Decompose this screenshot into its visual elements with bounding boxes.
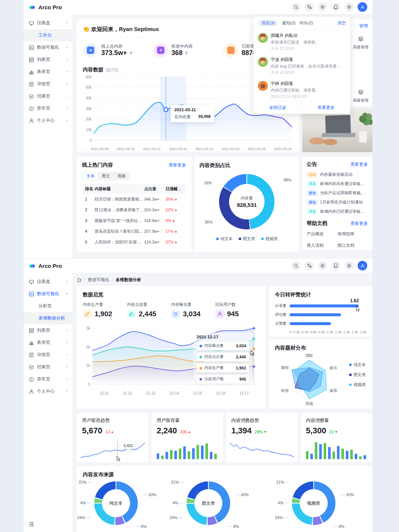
stat-value: 2,445 bbox=[139, 310, 157, 318]
bell-button[interactable] bbox=[331, 261, 341, 270]
stat-投放中内容: 投放中内容368 bbox=[153, 42, 223, 58]
sidebar-item-表单页[interactable]: 表单页 bbox=[24, 66, 72, 78]
home-icon[interactable] bbox=[77, 277, 82, 282]
sidebar-item-数据可视化[interactable]: 数据可视化 bbox=[24, 288, 72, 300]
notif-tab-消息(3)[interactable]: 消息(3) bbox=[258, 20, 278, 27]
today-title: 今日转评赞统计 bbox=[275, 291, 311, 297]
cell-clicks: 318.9w+ bbox=[144, 218, 166, 223]
help-docs-more-link[interactable]: 查看更多 bbox=[350, 221, 368, 227]
gear-button[interactable] bbox=[344, 261, 354, 270]
announcement-item[interactable]: 消息新增内容尚未通过审核，详… bbox=[307, 179, 368, 188]
bar bbox=[290, 322, 331, 325]
sidebar-item-仪表盘[interactable]: 仪表盘 bbox=[24, 17, 72, 29]
sidebar-item-结果页[interactable]: 结果页 bbox=[24, 361, 72, 373]
announcements-more-link[interactable]: 查看更多 bbox=[350, 161, 368, 168]
quickop-advanced-management[interactable]: 高级管理 bbox=[349, 36, 372, 50]
sort-icon[interactable] bbox=[179, 189, 181, 191]
announcement-text: 当前产品试用期即将截止，… bbox=[320, 190, 368, 196]
sidebar-item-异常页[interactable]: 异常页 bbox=[24, 102, 72, 115]
chevron-down-icon bbox=[65, 340, 69, 345]
quickop-advanced-management[interactable]: 高级管理 bbox=[349, 89, 372, 103]
translate-button[interactable] bbox=[304, 261, 314, 270]
tooltip-series-row: 内容生产量1,902 bbox=[197, 364, 249, 372]
search-button[interactable] bbox=[291, 2, 301, 12]
quickops-manage-link[interactable]: 管理 bbox=[359, 23, 368, 29]
sidebar-item-详情页[interactable]: 详情页 bbox=[24, 349, 72, 361]
user-avatar[interactable]: A bbox=[358, 2, 367, 12]
mark-all-read-button[interactable]: 全部已读 bbox=[253, 101, 302, 114]
notification-item[interactable]: 宁静 的回复内容已通过审核，请查看。2021-12-24 08:00:20 bbox=[253, 78, 350, 101]
sidebar-item-异常页[interactable]: 异常页 bbox=[24, 373, 72, 385]
hot-more-link[interactable]: 查看更多 bbox=[168, 162, 186, 168]
translate-button[interactable] bbox=[304, 2, 314, 12]
sun-button[interactable] bbox=[318, 2, 327, 12]
sidebar-item-结果页[interactable]: 结果页 bbox=[24, 90, 72, 102]
brand-logo[interactable]: Arco Pro bbox=[29, 4, 62, 10]
notification-item[interactable]: 郑曦月 的私信审批请求已发送，请查收。今天 12:30:01 bbox=[253, 30, 350, 54]
bar bbox=[315, 442, 317, 459]
donut-center: 纯文本 bbox=[102, 489, 130, 517]
hot-tab-视频[interactable]: 视频 bbox=[114, 173, 129, 180]
sidebar-item-label: 详情页 bbox=[37, 81, 50, 87]
clear-all-link[interactable]: 清空 bbox=[337, 20, 346, 26]
announcement-item[interactable]: 通知1月新系统升级计划通知 bbox=[307, 198, 368, 207]
search-button[interactable] bbox=[291, 261, 301, 270]
legend-图文类: 图文类 bbox=[349, 372, 366, 378]
screen-workplace: Arco Pro A 仪表盘工作台数据可视化列表页表单页详情页结果页异常页个人中… bbox=[24, 0, 372, 258]
hot-tab-文本[interactable]: 文本 bbox=[83, 173, 98, 180]
bar bbox=[364, 455, 366, 459]
notif-tab-待办(2)[interactable]: 待办(2) bbox=[299, 20, 313, 27]
doc-link-接口文档[interactable]: 接口文档 bbox=[337, 243, 368, 248]
sidebar-item-个人中心[interactable]: 个人中心 bbox=[24, 115, 72, 127]
announcement-item[interactable]: 活动内容最新优惠活动 bbox=[307, 170, 368, 179]
chevron-down-icon bbox=[65, 377, 69, 382]
sidebar-subitem-分析页[interactable]: 分析页 bbox=[24, 300, 72, 312]
sidebar-item-仪表盘[interactable]: 仪表盘 bbox=[24, 276, 72, 288]
doc-link-产品概述[interactable]: 产品概述 bbox=[307, 231, 337, 237]
sidebar-collapse-button[interactable] bbox=[27, 520, 35, 528]
donut-callout: 8% bbox=[228, 524, 239, 529]
announcement-item[interactable]: 消息新增内容已经通过审核，详… bbox=[307, 207, 368, 216]
legend-label: 纯文本 bbox=[354, 362, 366, 368]
top-header: Arco Pro A bbox=[24, 259, 372, 273]
bell-button[interactable] bbox=[331, 2, 341, 12]
donut-center-label: 内容量 bbox=[241, 195, 253, 201]
sidebar-item-个人中心[interactable]: 个人中心 bbox=[24, 385, 72, 398]
view-more-button[interactable]: 查看更多 bbox=[302, 101, 351, 114]
sidebar-item-数据可视化[interactable]: 数据可视化 bbox=[24, 41, 72, 54]
tooltip-series-row: 内容点击量2,445 bbox=[197, 352, 249, 361]
announcement-item[interactable]: 通知当前产品试用期即将截止，… bbox=[307, 188, 368, 198]
sidebar-item-详情页[interactable]: 详情页 bbox=[24, 78, 72, 90]
brand-logo[interactable]: Arco Pro bbox=[29, 263, 62, 269]
notification-desc: 内容已通过审核，请查看。 bbox=[271, 88, 320, 93]
doc-link-接入流程[interactable]: 接入流程 bbox=[307, 243, 337, 248]
sun-button[interactable] bbox=[318, 261, 327, 270]
legend-label: 图文类 bbox=[354, 372, 366, 378]
announcement-tag: 消息 bbox=[307, 208, 318, 215]
table-row: 5人民快评：没想到“浓眉大眼”124.2w+37% bbox=[82, 237, 186, 248]
breadcrumb-datavis[interactable]: 数据可视化 bbox=[88, 277, 109, 283]
sidebar-item-label: 详情页 bbox=[37, 352, 50, 358]
sidebar-subitem-多维数据分析[interactable]: 多维数据分析 bbox=[24, 312, 72, 324]
sidebar-item-列表页[interactable]: 列表页 bbox=[24, 54, 72, 66]
stat-活跃用户数: 活跃用户数945 bbox=[215, 302, 260, 318]
notification-title: 郑曦月 的私信 bbox=[271, 33, 320, 38]
user-avatar[interactable]: A bbox=[358, 261, 367, 270]
gear-button[interactable] bbox=[344, 2, 354, 12]
sun-icon bbox=[320, 4, 325, 10]
sidebar-subitem-工作台[interactable]: 工作台 bbox=[24, 29, 72, 41]
notif-tab-通知(2)[interactable]: 通知(2) bbox=[282, 20, 296, 27]
quickop-label: 高级管理 bbox=[349, 98, 372, 103]
sidebar-item-列表页[interactable]: 列表页 bbox=[24, 324, 72, 337]
donut-callout: 24% bbox=[170, 515, 183, 520]
header-actions: A bbox=[291, 2, 367, 12]
hot-tab-图文[interactable]: 图文 bbox=[98, 173, 114, 180]
mini-line-chart: 3,421 bbox=[81, 439, 145, 460]
series-dot bbox=[200, 378, 202, 381]
notification-item[interactable]: 宁波 的回复此处 bug 已经修复，如有问题请查看文档并随时…今天 11:50:… bbox=[253, 54, 350, 78]
brand-name: Arco Pro bbox=[38, 263, 62, 269]
sidebar-item-表单页[interactable]: 表单页 bbox=[24, 337, 72, 349]
bar-row-分享量: 分享量1.62 bbox=[275, 302, 366, 310]
series-value: 3,034 bbox=[236, 344, 246, 348]
doc-link-使用指南[interactable]: 使用指南 bbox=[337, 231, 368, 237]
